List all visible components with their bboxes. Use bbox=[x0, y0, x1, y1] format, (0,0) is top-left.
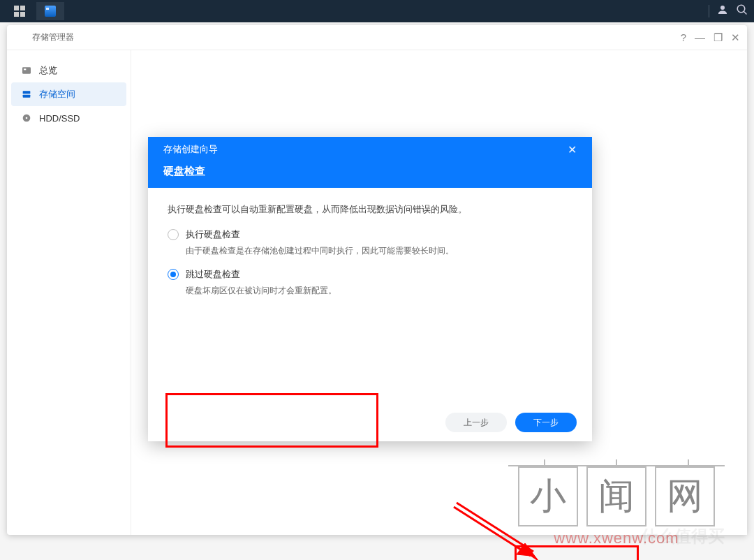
storage-icon bbox=[21, 89, 32, 100]
sidebar-item-hdd-ssd[interactable]: HDD/SSD bbox=[11, 106, 126, 130]
grid-icon bbox=[14, 6, 25, 17]
storage-app-icon bbox=[45, 6, 56, 17]
modal-description: 执行硬盘检查可以自动重新配置硬盘，从而降低出现数据访问错误的风险。 bbox=[168, 203, 572, 216]
dashboard-icon bbox=[21, 65, 32, 76]
minimize-button[interactable]: — bbox=[695, 31, 705, 43]
maximize-button[interactable]: ❐ bbox=[714, 31, 723, 44]
option-subtext: 由于硬盘检查是在存储池创建过程中同时执行，因此可能需要较长时间。 bbox=[186, 245, 572, 257]
svg-point-5 bbox=[26, 117, 28, 119]
modal-body: 执行硬盘检查可以自动重新配置硬盘，从而降低出现数据访问错误的风险。 执行硬盘检查… bbox=[148, 188, 592, 404]
app-icon bbox=[14, 31, 27, 44]
option-skip-check[interactable]: 跳过硬盘检查 bbox=[168, 268, 572, 281]
svg-rect-1 bbox=[24, 68, 26, 70]
next-button[interactable]: 下一步 bbox=[515, 413, 577, 432]
taskbar-storage-button[interactable] bbox=[36, 2, 64, 20]
modal-close-button[interactable]: ✕ bbox=[568, 143, 577, 156]
prev-button[interactable]: 上一步 bbox=[445, 413, 507, 432]
modal-breadcrumb: 存储创建向导 bbox=[163, 143, 218, 156]
close-window-button[interactable]: ✕ bbox=[731, 31, 740, 44]
taskbar-apps-button[interactable] bbox=[6, 2, 34, 20]
os-taskbar bbox=[0, 0, 754, 22]
option-label: 执行硬盘检查 bbox=[186, 228, 240, 241]
option-perform-check[interactable]: 执行硬盘检查 bbox=[168, 228, 572, 241]
annotation-highlight-option bbox=[165, 393, 378, 448]
help-button[interactable]: ? bbox=[681, 31, 686, 43]
modal-header: 存储创建向导 ✕ 硬盘检查 bbox=[148, 137, 592, 188]
svg-rect-3 bbox=[23, 95, 31, 98]
window-titlebar: 存储管理器 ? — ❐ ✕ bbox=[7, 25, 747, 50]
svg-rect-2 bbox=[23, 91, 31, 94]
option-subtext: 硬盘坏扇区仅在被访问时才会重新配置。 bbox=[186, 285, 572, 297]
radio-icon bbox=[168, 229, 179, 240]
user-icon[interactable] bbox=[716, 3, 729, 19]
svg-rect-0 bbox=[22, 67, 31, 73]
search-icon[interactable] bbox=[736, 3, 748, 19]
modal-title: 硬盘检查 bbox=[163, 162, 577, 188]
sidebar-item-storage[interactable]: 存储空间 bbox=[11, 82, 126, 106]
sidebar-item-label: 总览 bbox=[39, 64, 57, 77]
sidebar-item-label: HDD/SSD bbox=[39, 113, 80, 124]
sidebar: 总览 存储空间 HDD/SSD bbox=[7, 50, 131, 535]
taskbar-separator bbox=[709, 5, 709, 17]
sidebar-item-label: 存储空间 bbox=[39, 88, 75, 101]
option-label: 跳过硬盘检查 bbox=[186, 268, 240, 281]
annotation-highlight-next bbox=[515, 545, 639, 560]
disk-icon bbox=[21, 112, 32, 124]
sidebar-item-overview[interactable]: 总览 bbox=[11, 59, 126, 82]
window-title: 存储管理器 bbox=[32, 31, 74, 43]
radio-icon bbox=[168, 269, 179, 280]
